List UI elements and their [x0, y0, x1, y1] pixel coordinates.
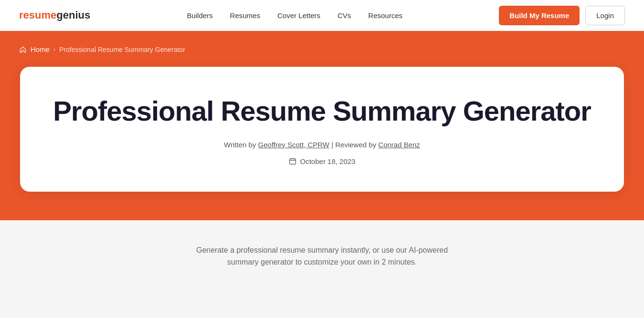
written-by-prefix: Written by	[224, 141, 258, 149]
nav-item-resumes[interactable]: Resumes	[230, 11, 260, 20]
bottom-section: Generate a professional resume summary i…	[0, 220, 644, 287]
page-title: Professional Resume Summary Generator	[39, 95, 605, 127]
logo-genius-text: genius	[56, 9, 90, 21]
bottom-description: Generate a professional resume summary i…	[184, 244, 461, 268]
breadcrumb-separator: ›	[53, 46, 55, 53]
nav-item-builders[interactable]: Builders	[187, 11, 212, 20]
article-date: October 18, 2023	[39, 157, 605, 165]
main-nav: Builders Resumes Cover Letters CVs Resou…	[187, 11, 402, 20]
hero-card: Professional Resume Summary Generator Wr…	[20, 67, 624, 192]
hero-section: Home › Professional Resume Summary Gener…	[0, 31, 644, 220]
author-link[interactable]: Geoffrey Scott, CPRW	[258, 141, 330, 149]
calendar-icon	[289, 157, 296, 165]
nav-item-cvs[interactable]: CVs	[338, 11, 351, 20]
nav-item-cover-letters[interactable]: Cover Letters	[277, 11, 320, 20]
nav-item-resources[interactable]: Resources	[368, 11, 402, 20]
logo[interactable]: resumegenius	[19, 9, 90, 21]
logo-resume-text: resume	[19, 9, 56, 21]
build-resume-button[interactable]: Build My Resume	[499, 6, 580, 25]
reviewed-by-prefix: | Reviewed by	[329, 141, 378, 149]
reviewer-link[interactable]: Conrad Benz	[378, 141, 420, 149]
home-icon	[19, 46, 27, 53]
logo-link[interactable]: resumegenius	[19, 9, 90, 21]
breadcrumb-home-link[interactable]: Home	[31, 45, 50, 53]
breadcrumb-current: Professional Resume Summary Generator	[59, 46, 185, 53]
article-meta: Written by Geoffrey Scott, CPRW | Review…	[39, 141, 605, 149]
date-text: October 18, 2023	[300, 157, 356, 165]
site-header: resumegenius Builders Resumes Cover Lett…	[0, 0, 644, 31]
login-button[interactable]: Login	[585, 6, 625, 25]
breadcrumb: Home › Professional Resume Summary Gener…	[19, 45, 625, 53]
header-actions: Build My Resume Login	[499, 6, 625, 25]
svg-rect-0	[289, 159, 296, 164]
